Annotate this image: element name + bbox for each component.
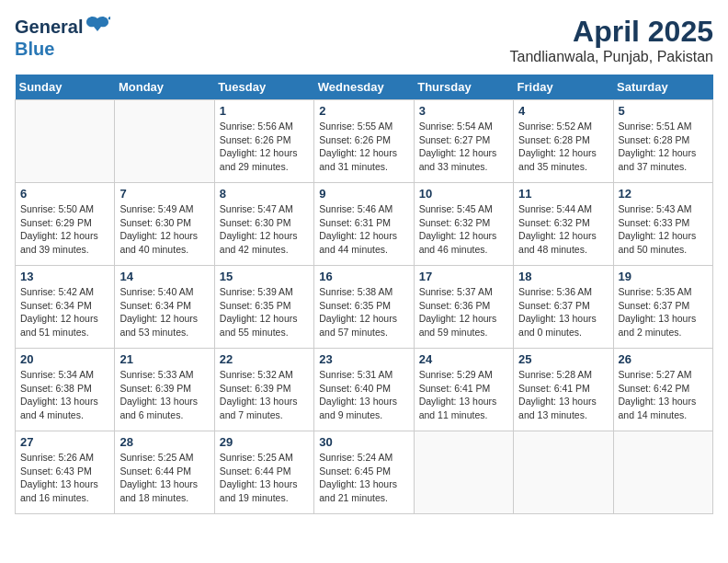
calendar-cell: 7Sunrise: 5:49 AM Sunset: 6:30 PM Daylig… [115,183,214,266]
day-number: 16 [319,270,408,283]
month-title: April 2025 [510,15,713,49]
day-number: 25 [518,352,608,366]
day-info: Sunrise: 5:25 AM Sunset: 6:44 PM Dayligh… [119,451,209,505]
calendar-cell: 15Sunrise: 5:39 AM Sunset: 6:35 PM Dayli… [214,266,313,349]
header-day-thursday: Thursday [414,75,513,100]
day-number: 6 [20,187,109,201]
calendar-cell: 30Sunrise: 5:24 AM Sunset: 6:45 PM Dayli… [314,431,414,514]
calendar-cell: 26Sunrise: 5:27 AM Sunset: 6:42 PM Dayli… [613,349,712,431]
calendar-cell: 12Sunrise: 5:43 AM Sunset: 6:33 PM Dayli… [613,183,712,266]
calendar-cell [115,100,214,183]
day-info: Sunrise: 5:42 AM Sunset: 6:34 PM Dayligh… [20,285,109,339]
day-info: Sunrise: 5:29 AM Sunset: 6:41 PM Dayligh… [419,368,508,422]
header-day-wednesday: Wednesday [314,75,414,100]
day-info: Sunrise: 5:54 AM Sunset: 6:27 PM Dayligh… [419,120,508,174]
header-day-monday: Monday [115,75,214,100]
day-number: 29 [220,435,309,449]
header: General Blue April 2025 Tandlianwala, Pu… [15,15,713,65]
day-number: 19 [619,270,708,283]
calendar-cell: 28Sunrise: 5:25 AM Sunset: 6:44 PM Dayli… [115,431,214,514]
header-day-sunday: Sunday [16,75,115,100]
calendar-cell: 27Sunrise: 5:26 AM Sunset: 6:43 PM Dayli… [16,431,115,514]
day-number: 10 [419,187,508,201]
day-info: Sunrise: 5:38 AM Sunset: 6:35 PM Dayligh… [319,285,408,339]
day-number: 9 [319,187,408,201]
day-info: Sunrise: 5:28 AM Sunset: 6:41 PM Dayligh… [518,368,608,422]
calendar-cell: 11Sunrise: 5:44 AM Sunset: 6:32 PM Dayli… [514,183,613,266]
calendar-cell: 4Sunrise: 5:52 AM Sunset: 6:28 PM Daylig… [514,100,613,183]
day-number: 28 [119,435,209,449]
day-number: 21 [119,352,209,366]
calendar-cell: 16Sunrise: 5:38 AM Sunset: 6:35 PM Dayli… [314,266,414,349]
day-number: 11 [518,187,608,201]
week-row-1: 1Sunrise: 5:56 AM Sunset: 6:26 PM Daylig… [16,100,713,183]
day-number: 15 [220,270,309,283]
calendar-cell: 17Sunrise: 5:37 AM Sunset: 6:36 PM Dayli… [414,266,513,349]
day-number: 14 [119,270,209,283]
day-number: 3 [419,104,508,118]
week-row-2: 6Sunrise: 5:50 AM Sunset: 6:29 PM Daylig… [16,183,713,266]
calendar-cell [613,431,712,514]
day-number: 26 [619,352,708,366]
day-info: Sunrise: 5:26 AM Sunset: 6:43 PM Dayligh… [20,451,109,505]
week-row-3: 13Sunrise: 5:42 AM Sunset: 6:34 PM Dayli… [16,266,713,349]
day-number: 13 [20,270,109,283]
day-number: 27 [20,435,109,449]
title-area: April 2025 Tandlianwala, Punjab, Pakista… [510,15,713,65]
day-info: Sunrise: 5:27 AM Sunset: 6:42 PM Dayligh… [619,368,708,422]
calendar-cell: 6Sunrise: 5:50 AM Sunset: 6:29 PM Daylig… [16,183,115,266]
day-info: Sunrise: 5:55 AM Sunset: 6:26 PM Dayligh… [319,120,408,174]
day-info: Sunrise: 5:46 AM Sunset: 6:31 PM Dayligh… [319,202,408,257]
day-info: Sunrise: 5:31 AM Sunset: 6:40 PM Dayligh… [319,368,408,422]
logo-bird-icon [85,15,110,39]
calendar-cell [514,431,613,514]
calendar-table: SundayMondayTuesdayWednesdayThursdayFrid… [15,75,713,514]
day-info: Sunrise: 5:50 AM Sunset: 6:29 PM Dayligh… [20,202,109,257]
day-info: Sunrise: 5:32 AM Sunset: 6:39 PM Dayligh… [220,368,309,422]
calendar-cell: 2Sunrise: 5:55 AM Sunset: 6:26 PM Daylig… [314,100,414,183]
day-number: 23 [319,352,408,366]
calendar-cell: 20Sunrise: 5:34 AM Sunset: 6:38 PM Dayli… [16,349,115,431]
week-row-5: 27Sunrise: 5:26 AM Sunset: 6:43 PM Dayli… [16,431,713,514]
calendar-cell: 14Sunrise: 5:40 AM Sunset: 6:34 PM Dayli… [115,266,214,349]
day-number: 24 [419,352,508,366]
day-info: Sunrise: 5:33 AM Sunset: 6:39 PM Dayligh… [119,368,209,422]
day-info: Sunrise: 5:56 AM Sunset: 6:26 PM Dayligh… [220,120,309,174]
day-info: Sunrise: 5:25 AM Sunset: 6:44 PM Dayligh… [220,451,309,505]
header-day-friday: Friday [514,75,613,100]
day-number: 20 [20,352,109,366]
calendar-cell [414,431,513,514]
logo-general: General [15,17,83,38]
header-day-saturday: Saturday [613,75,712,100]
calendar-cell: 3Sunrise: 5:54 AM Sunset: 6:27 PM Daylig… [414,100,513,183]
calendar-cell [16,100,115,183]
day-number: 12 [619,187,708,201]
day-number: 22 [220,352,309,366]
header-day-tuesday: Tuesday [214,75,313,100]
calendar-cell: 18Sunrise: 5:36 AM Sunset: 6:37 PM Dayli… [514,266,613,349]
calendar-cell: 22Sunrise: 5:32 AM Sunset: 6:39 PM Dayli… [214,349,313,431]
day-info: Sunrise: 5:45 AM Sunset: 6:32 PM Dayligh… [419,202,508,257]
calendar-cell: 10Sunrise: 5:45 AM Sunset: 6:32 PM Dayli… [414,183,513,266]
day-number: 7 [119,187,209,201]
location-title: Tandlianwala, Punjab, Pakistan [510,49,713,65]
day-number: 4 [518,104,608,118]
day-info: Sunrise: 5:24 AM Sunset: 6:45 PM Dayligh… [319,451,408,505]
day-info: Sunrise: 5:44 AM Sunset: 6:32 PM Dayligh… [518,202,608,257]
day-info: Sunrise: 5:37 AM Sunset: 6:36 PM Dayligh… [419,285,508,339]
day-number: 18 [518,270,608,283]
day-number: 30 [319,435,408,449]
calendar-cell: 9Sunrise: 5:46 AM Sunset: 6:31 PM Daylig… [314,183,414,266]
day-number: 2 [319,104,408,118]
calendar-cell: 21Sunrise: 5:33 AM Sunset: 6:39 PM Dayli… [115,349,214,431]
week-row-4: 20Sunrise: 5:34 AM Sunset: 6:38 PM Dayli… [16,349,713,431]
day-info: Sunrise: 5:49 AM Sunset: 6:30 PM Dayligh… [119,202,209,257]
day-number: 8 [220,187,309,201]
day-info: Sunrise: 5:52 AM Sunset: 6:28 PM Dayligh… [518,120,608,174]
day-info: Sunrise: 5:39 AM Sunset: 6:35 PM Dayligh… [220,285,309,339]
logo: General Blue [15,15,110,60]
logo-blue: Blue [15,39,54,59]
day-info: Sunrise: 5:47 AM Sunset: 6:30 PM Dayligh… [220,202,309,257]
calendar-cell: 13Sunrise: 5:42 AM Sunset: 6:34 PM Dayli… [16,266,115,349]
day-info: Sunrise: 5:40 AM Sunset: 6:34 PM Dayligh… [119,285,209,339]
